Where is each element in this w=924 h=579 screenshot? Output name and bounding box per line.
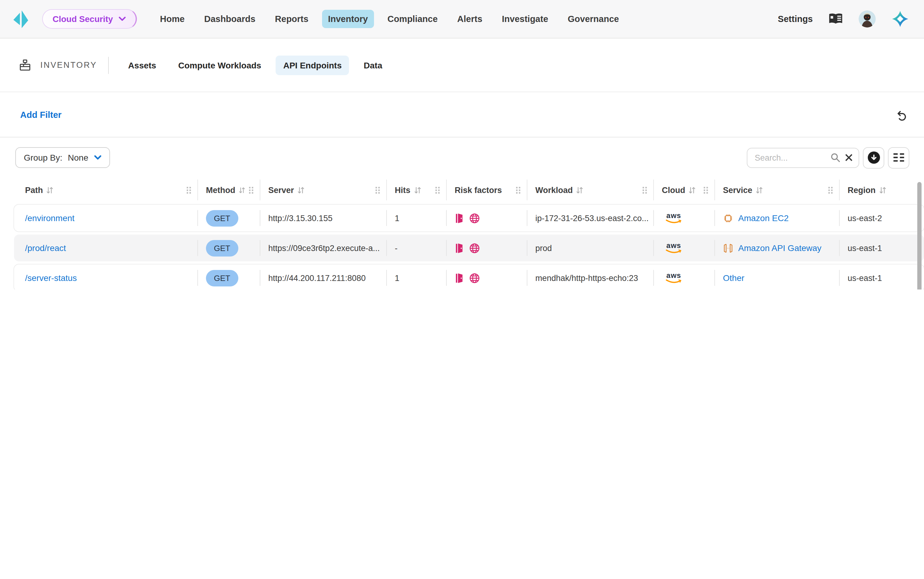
- server-text: http://3.15.30.155: [268, 213, 333, 222]
- service-link[interactable]: Other: [723, 273, 744, 283]
- user-avatar[interactable]: [858, 10, 876, 28]
- path-link[interactable]: /prod/react: [25, 243, 66, 253]
- drag-handle-icon: [642, 186, 647, 194]
- column-header-method[interactable]: Method: [197, 178, 260, 202]
- service-link[interactable]: Amazon EC2: [738, 213, 789, 223]
- sort-icon: [414, 186, 421, 194]
- group-by-dropdown[interactable]: Group By: None: [15, 147, 110, 168]
- nav-item-dashboards[interactable]: Dashboards: [204, 14, 256, 24]
- nav-item-governance[interactable]: Governance: [568, 14, 619, 24]
- nav-item-alerts[interactable]: Alerts: [457, 14, 482, 24]
- path-link[interactable]: /environment: [25, 213, 75, 223]
- search-icon: [831, 153, 840, 162]
- tab-compute-workloads[interactable]: Compute Workloads: [171, 55, 269, 75]
- clear-search-icon[interactable]: [845, 153, 853, 162]
- table-toolbar: Group By: None: [0, 137, 924, 178]
- service-link[interactable]: Amazon API Gateway: [738, 243, 821, 253]
- undo-icon: [896, 108, 908, 121]
- column-settings-button[interactable]: [888, 147, 909, 168]
- column-label: Region: [848, 185, 876, 195]
- risk-factors-cell: [446, 265, 527, 290]
- column-header-region[interactable]: Region: [839, 178, 915, 202]
- public-access-icon: [455, 243, 464, 253]
- inventory-tabs: AssetsCompute WorkloadsAPI EndpointsData: [121, 55, 390, 75]
- sort-icon: [47, 186, 54, 194]
- column-header-path[interactable]: Path: [14, 178, 197, 202]
- search-input[interactable]: [754, 152, 826, 163]
- product-switcher[interactable]: Cloud Security: [42, 9, 137, 29]
- table-row: /prod/reactGEThttps://09ce3r6tp2.execute…: [14, 234, 924, 262]
- ai-assistant-icon[interactable]: [891, 10, 909, 28]
- nav-item-home[interactable]: Home: [160, 14, 185, 24]
- column-label: Hits: [395, 185, 410, 195]
- internet-exposed-icon: [469, 213, 480, 223]
- table-row: /server-statusGEThttp://44.200.117.211:8…: [14, 265, 924, 290]
- reset-filters-button[interactable]: [896, 108, 908, 121]
- public-access-icon: [455, 273, 464, 283]
- nav-item-investigate[interactable]: Investigate: [502, 14, 549, 24]
- search-box: [747, 147, 859, 168]
- table-row: /environmentGEThttp://3.15.30.1551ip-172…: [14, 204, 924, 231]
- column-header-workload[interactable]: Workload: [527, 178, 653, 202]
- column-header-risk-factors[interactable]: Risk factors: [446, 178, 527, 202]
- column-drag-handle[interactable]: [435, 186, 440, 194]
- group-by-value: None: [68, 153, 88, 162]
- aws-cloud-icon: aws: [665, 272, 682, 284]
- nav-item-inventory[interactable]: Inventory: [322, 10, 374, 28]
- settings-button[interactable]: Settings: [778, 14, 813, 24]
- subheader: INVENTORY AssetsCompute WorkloadsAPI End…: [0, 38, 924, 92]
- add-filter-button[interactable]: Add Filter: [20, 110, 61, 119]
- column-label: Server: [268, 185, 294, 195]
- filter-bar: Add Filter: [0, 92, 924, 137]
- api-gateway-icon: [723, 243, 733, 253]
- column-drag-handle[interactable]: [187, 186, 191, 194]
- table-header: PathMethodServerHitsRisk factorsWorkload…: [14, 178, 924, 202]
- public-access-icon: [455, 213, 464, 223]
- column-header-server[interactable]: Server: [260, 178, 386, 202]
- download-button[interactable]: [863, 147, 884, 168]
- product-switcher-label: Cloud Security: [52, 14, 113, 24]
- app-root: Cloud Security HomeDashboardsReportsInve…: [0, 0, 924, 290]
- tab-api-endpoints[interactable]: API Endpoints: [276, 55, 349, 75]
- column-label: Risk factors: [455, 185, 502, 195]
- column-drag-handle[interactable]: [642, 186, 647, 194]
- aws-cloud-icon: aws: [665, 212, 682, 224]
- column-drag-handle[interactable]: [375, 186, 380, 194]
- drag-handle-icon: [516, 186, 521, 194]
- internet-exposed-icon: [469, 243, 480, 253]
- docs-book-icon[interactable]: [828, 13, 843, 25]
- column-label: Path: [25, 185, 43, 195]
- nav-item-compliance[interactable]: Compliance: [387, 14, 437, 24]
- path-link[interactable]: /server-status: [25, 273, 77, 283]
- aws-cloud-icon: aws: [665, 242, 682, 254]
- sort-icon: [880, 186, 886, 194]
- drag-handle-icon: [828, 186, 833, 194]
- column-label: Workload: [535, 185, 573, 195]
- divider: [108, 57, 108, 74]
- tab-data[interactable]: Data: [356, 55, 390, 75]
- sort-icon: [298, 186, 304, 194]
- vertical-scrollbar[interactable]: [917, 182, 922, 290]
- server-text: https://09ce3r6tp2.execute-a...: [268, 244, 380, 253]
- group-by-label: Group By:: [24, 153, 62, 162]
- hits-value: 1: [395, 273, 399, 283]
- column-label: Service: [723, 185, 752, 195]
- chevron-down-icon: [118, 16, 126, 21]
- method-pill: GET: [206, 270, 238, 286]
- column-drag-handle[interactable]: [249, 186, 254, 194]
- download-icon: [867, 152, 880, 164]
- workload-text: ip-172-31-26-53.us-east-2.co...: [535, 213, 649, 222]
- sort-icon: [756, 186, 763, 194]
- column-header-hits[interactable]: Hits: [386, 178, 446, 202]
- column-header-cloud[interactable]: Cloud: [653, 178, 714, 202]
- column-header-service[interactable]: Service: [714, 178, 839, 202]
- column-drag-handle[interactable]: [703, 186, 708, 194]
- tab-assets[interactable]: Assets: [121, 55, 164, 75]
- nav-item-reports[interactable]: Reports: [275, 14, 309, 24]
- column-drag-handle[interactable]: [828, 186, 833, 194]
- product-logo-icon[interactable]: [12, 10, 30, 28]
- sort-icon: [577, 186, 583, 194]
- region-text: us-east-1: [848, 273, 882, 283]
- sort-icon: [239, 186, 245, 194]
- column-drag-handle[interactable]: [516, 186, 521, 194]
